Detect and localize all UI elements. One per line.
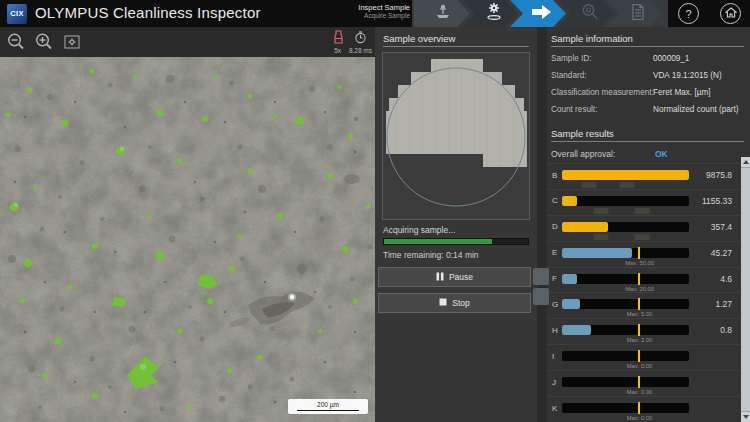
results-title-rule — [551, 141, 744, 142]
class-bar-fill — [562, 248, 632, 258]
sample-info-list: Sample ID: 000009_1 Standard: VDA 19.1:2… — [547, 51, 750, 119]
time-remaining: Time remaining: 0:14 min — [383, 250, 479, 260]
stop-button[interactable]: Stop — [378, 293, 531, 313]
class-bar-fill — [562, 222, 608, 232]
help-button[interactable]: ? — [678, 3, 699, 24]
image-toolbar: 5x 8.28 ms — [0, 27, 375, 57]
panel-splitter[interactable] — [537, 27, 547, 422]
magnification-value: 5x — [334, 47, 341, 54]
info-label: Count result: — [551, 105, 597, 114]
class-bar-fill — [562, 325, 591, 335]
scale-bar: 200 µm — [288, 399, 368, 414]
class-bar-ticks: Max: 5.00 — [562, 310, 689, 318]
class-bar — [562, 325, 689, 335]
class-letter: I — [552, 352, 554, 361]
class-bar-fill — [562, 170, 689, 180]
app-title: OLYMPUS Cleanliness Inspector — [35, 4, 261, 21]
max-limit-label: Max: 0.00 — [627, 363, 652, 369]
zoom-in-button[interactable] — [34, 32, 54, 56]
class-letter: G — [552, 300, 558, 309]
info-value: Feret Max. [µm] — [653, 88, 711, 97]
workflow-label: Inspect Sample Acquire Sample — [330, 3, 410, 21]
class-results-list: B 9875.8 C — [547, 163, 744, 422]
camera-settings-readout: 5x 8.28 ms — [328, 47, 372, 54]
stop-icon — [439, 298, 447, 308]
step-report[interactable] — [606, 0, 662, 27]
class-value: 1.27 — [715, 299, 732, 309]
class-result-row: D 357.4 — [547, 215, 744, 241]
pause-button[interactable]: Pause — [378, 267, 531, 287]
class-bar-ticks: Max: 0.00 — [562, 388, 689, 396]
class-result-row: B 9875.8 — [547, 163, 744, 189]
class-bar-ticks: Max: 20.00 — [562, 285, 689, 293]
overview-title: Sample overview — [383, 33, 455, 44]
class-value: 0.8 — [720, 325, 732, 335]
class-bar — [562, 377, 689, 387]
exposure-value: 8.28 ms — [349, 47, 372, 54]
info-value: Normalized count (part) — [653, 105, 739, 114]
class-result-row: J Max: 0.00 — [547, 370, 744, 396]
app-window: CIX OLYMPUS Cleanliness Inspector Inspec… — [0, 0, 750, 422]
zoom-out-button[interactable] — [6, 32, 26, 56]
class-bar — [562, 274, 689, 284]
home-icon — [725, 7, 737, 20]
limit-marker — [638, 324, 640, 336]
magnifier-gear-icon — [580, 2, 600, 26]
progress-fill — [384, 239, 492, 244]
sample-overview-map[interactable] — [382, 52, 530, 220]
max-limit-label: Max: 0.00 — [627, 415, 652, 421]
sample-stage-icon — [433, 3, 453, 25]
step-inspect-results[interactable] — [558, 0, 614, 27]
cix-logo: CIX — [7, 4, 27, 24]
max-limit-label: Max: 0.00 — [627, 389, 652, 395]
info-row: Classification measurement: Feret Max. [… — [547, 85, 750, 102]
splitter-grip[interactable] — [533, 268, 549, 285]
exposure-time-icon[interactable] — [354, 30, 367, 48]
info-label: Sample ID: — [551, 54, 592, 63]
gear-stage-icon — [484, 2, 504, 26]
pause-icon — [436, 272, 444, 283]
class-letter: H — [552, 326, 558, 335]
class-letter: D — [552, 222, 558, 231]
info-row: Sample ID: 000009_1 — [547, 51, 750, 68]
class-result-row: C 1155.33 — [547, 189, 744, 215]
limit-marker — [638, 376, 640, 388]
fit-to-view-button[interactable] — [62, 32, 82, 56]
step-load-sample[interactable] — [414, 0, 470, 27]
stop-label: Stop — [452, 298, 470, 308]
tick-label — [594, 208, 609, 214]
scroll-down-button[interactable] — [741, 411, 750, 422]
class-value: 1155.33 — [702, 196, 732, 206]
step-acquisition-settings[interactable] — [462, 0, 518, 27]
max-limit-label: Max: 5.00 — [627, 311, 652, 317]
microscope-live-image[interactable]: 200 µm — [0, 57, 375, 422]
home-button[interactable] — [720, 3, 741, 24]
class-bar-ticks — [562, 181, 689, 189]
class-value: 9875.8 — [706, 170, 732, 180]
class-bar — [562, 248, 689, 258]
objective-icon[interactable] — [334, 30, 343, 48]
sample-results-panel: Sample information Sample ID: 000009_1 S… — [547, 27, 750, 422]
info-label: Standard: — [551, 71, 587, 80]
tick-label — [594, 234, 609, 240]
tick-label — [619, 182, 634, 188]
class-letter: J — [552, 378, 556, 387]
scroll-up-button[interactable] — [741, 157, 750, 168]
class-bar-ticks: Max: 0.00 — [562, 362, 689, 370]
limit-marker — [638, 350, 640, 362]
limit-marker — [638, 298, 640, 310]
class-bar-ticks — [562, 207, 689, 215]
class-bar — [562, 222, 689, 232]
class-bar — [562, 351, 689, 361]
class-bar — [562, 196, 689, 206]
class-bar-fill — [562, 274, 577, 284]
limit-marker — [638, 402, 640, 414]
arrow-up-icon — [743, 160, 749, 164]
results-scrollbar[interactable] — [741, 157, 750, 422]
live-image-panel: 5x 8.28 ms — [0, 27, 375, 422]
class-bar-ticks — [562, 233, 689, 241]
step-acquire-sample-active[interactable] — [510, 0, 566, 27]
tick-label — [635, 234, 650, 240]
sample-information-title: Sample information — [551, 33, 633, 44]
splitter-grip[interactable] — [533, 288, 549, 305]
